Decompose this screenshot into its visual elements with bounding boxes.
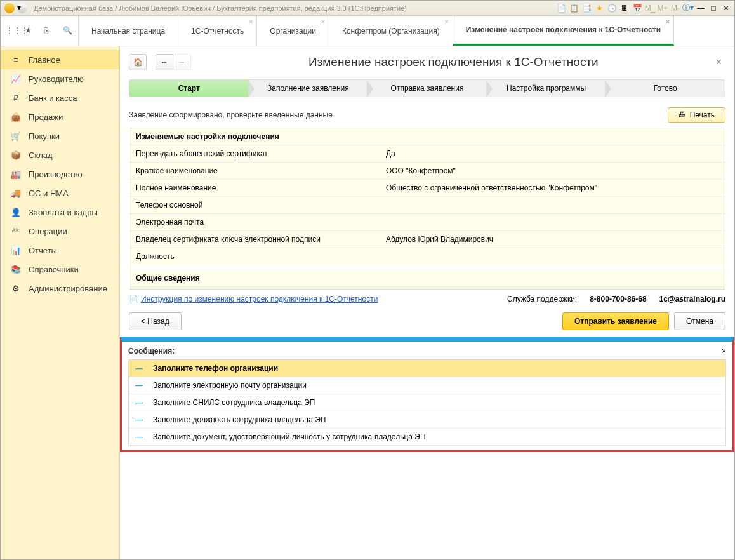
wizard-steps: СтартЗаполнение заявленияОтправка заявле… <box>129 79 725 97</box>
message-list: —Заполните телефон организации—Заполните… <box>128 359 726 446</box>
titlebar: ▾ Демонстрационная база / Любимов Валери… <box>1 1 734 16</box>
calendar-icon[interactable]: 📅 <box>633 4 642 13</box>
factory-icon: 🏭 <box>10 169 22 179</box>
wizard-step[interactable]: Готово <box>606 80 725 97</box>
data-area: Изменяемые настройки подключения Переизд… <box>129 128 725 290</box>
tab[interactable]: 1С-Отчетность× <box>178 16 257 46</box>
tab-close-icon[interactable]: × <box>249 18 253 25</box>
message-item[interactable]: —Заполните документ, удостоверяющий личн… <box>129 429 725 446</box>
row-value <box>380 197 725 214</box>
m-icon-2[interactable]: M+ <box>658 4 667 13</box>
tool-icon-b[interactable]: 📋 <box>569 4 578 13</box>
sidebar-item[interactable]: 🏭Производство <box>1 164 119 183</box>
search-icon[interactable]: 🔍 <box>63 26 73 36</box>
message-item[interactable]: —Заполните должность сотрудника-владельц… <box>129 411 725 429</box>
truck-icon: 🚚 <box>10 188 22 198</box>
m-icon-1[interactable]: M_ <box>646 4 654 13</box>
sidebar-item[interactable]: 📦Склад <box>1 145 119 164</box>
sidebar-item[interactable]: ⚙Администрирование <box>1 279 119 298</box>
wizard-step[interactable]: Настройка программы <box>487 80 606 97</box>
star-tab-icon[interactable]: ★ <box>25 26 35 36</box>
tab[interactable]: Изменение настроек подключения к 1С-Отче… <box>453 16 674 46</box>
message-dash-icon: — <box>135 415 143 424</box>
wizard-step[interactable]: Отправка заявления <box>368 80 487 97</box>
apps-icon[interactable]: ⋮⋮⋮ <box>6 26 16 36</box>
home-button[interactable]: 🏠 <box>129 54 147 70</box>
sidebar-item[interactable]: ≡Главное <box>1 50 119 69</box>
message-dash-icon: — <box>135 432 143 441</box>
message-text: Заполните телефон организации <box>153 364 278 373</box>
tab[interactable]: Начальная страница <box>79 16 178 46</box>
send-button[interactable]: Отправить заявление <box>562 312 669 330</box>
sidebar-item[interactable]: 🚚ОС и НМА <box>1 183 119 203</box>
message-text: Заполните электронную почту организации <box>153 381 307 390</box>
row-label: Владелец сертификата ключа электронной п… <box>129 231 380 248</box>
wizard-step[interactable]: Старт <box>129 80 249 97</box>
minimize-icon[interactable]: — <box>696 4 705 13</box>
tab-tools: ⋮⋮⋮ ★ ⎘ 🔍 <box>1 16 79 46</box>
message-item[interactable]: —Заполните электронную почту организации <box>129 377 725 394</box>
maximize-icon[interactable]: □ <box>709 4 718 13</box>
forward-button[interactable]: → <box>173 54 191 70</box>
row-value <box>380 214 725 231</box>
calculator-icon[interactable]: 🖩 <box>620 4 629 13</box>
row-label: Краткое наименование <box>129 163 380 180</box>
tab-close-icon[interactable]: × <box>321 18 325 25</box>
sidebar-item[interactable]: 🛒Покупки <box>1 126 119 145</box>
app-icon-down[interactable]: ▾ <box>17 3 27 13</box>
sidebar-item[interactable]: 📊Отчеты <box>1 241 119 260</box>
tool-icon-a[interactable]: 📄 <box>557 4 566 13</box>
sidebar-label: Продажи <box>29 112 63 122</box>
sidebar-item[interactable]: 📈Руководителю <box>1 69 119 88</box>
row-label: Электронная почта <box>129 214 380 231</box>
tab-close-icon[interactable]: × <box>445 18 449 25</box>
messages-panel: Сообщения: × —Заполните телефон организа… <box>120 337 734 452</box>
sidebar-label: Отчеты <box>29 246 57 255</box>
tab[interactable]: Конфетпром (Организация)× <box>329 16 453 46</box>
history-icon[interactable]: 🕓 <box>607 4 616 13</box>
row-value: Да <box>380 145 725 163</box>
row-value: Общество с ограниченной ответственностью… <box>380 180 725 197</box>
info-icon[interactable]: ⓘ▾ <box>684 4 692 13</box>
message-dash-icon: — <box>135 398 143 407</box>
tool-icon-c[interactable]: 📑 <box>582 4 591 13</box>
message-item[interactable]: —Заполните телефон организации <box>129 360 725 377</box>
sidebar-item[interactable]: 👜Продажи <box>1 107 119 126</box>
star-icon[interactable]: ★ <box>595 4 604 13</box>
bag-icon: 👜 <box>10 112 22 122</box>
sidebar-label: Производство <box>29 170 83 179</box>
wizard-step[interactable]: Заполнение заявления <box>249 80 368 97</box>
messages-close-icon[interactable]: × <box>722 347 726 356</box>
ops-icon: ᴬᵏ <box>10 226 22 236</box>
back-wizard-button[interactable]: < Назад <box>129 312 182 330</box>
sidebar-label: Склад <box>29 150 53 160</box>
row-value <box>380 248 725 268</box>
back-button[interactable]: ← <box>156 54 173 70</box>
message-item[interactable]: —Заполните СНИЛС сотрудника-владельца ЭП <box>129 394 725 411</box>
sidebar-item[interactable]: 👤Зарплата и кадры <box>1 203 119 222</box>
message-dash-icon: — <box>135 381 143 390</box>
tab[interactable]: Организации× <box>257 16 329 46</box>
sidebar-label: Зарплата и кадры <box>29 208 98 217</box>
sidebar-label: Справочники <box>29 265 79 274</box>
sidebar-item[interactable]: 📚Справочники <box>1 260 119 279</box>
m-icon-3[interactable]: M- <box>671 4 680 13</box>
sidebar-item[interactable]: ᴬᵏОперации <box>1 222 119 241</box>
page-title: Изменение настроек подключения к 1С-Отче… <box>195 55 712 69</box>
cancel-button[interactable]: Отмена <box>674 312 725 330</box>
box-icon: 📦 <box>10 150 22 160</box>
message-text: Заполните документ, удостоверяющий лично… <box>153 432 426 441</box>
sidebar-item[interactable]: ₽Банк и касса <box>1 88 119 107</box>
sidebar-label: Руководителю <box>29 74 84 84</box>
row-label: Полное наименование <box>129 180 380 197</box>
close-page-icon[interactable]: × <box>712 57 725 68</box>
print-button[interactable]: 🖶 Печать <box>668 107 725 123</box>
clipboard-icon[interactable]: ⎘ <box>44 26 54 36</box>
tab-close-icon[interactable]: × <box>666 18 670 25</box>
support-phone: 8-800-700-86-68 <box>590 295 646 303</box>
instruction-link[interactable]: Инструкция по изменению настроек подключ… <box>141 295 378 303</box>
chart-icon: 📈 <box>10 74 22 84</box>
menu-icon: ≡ <box>10 55 22 65</box>
close-icon[interactable]: ✕ <box>722 4 731 13</box>
tab-label: Начальная страница <box>91 27 165 36</box>
